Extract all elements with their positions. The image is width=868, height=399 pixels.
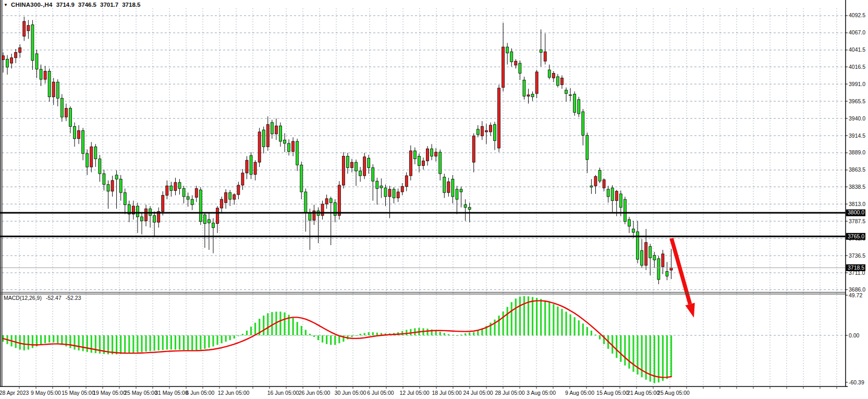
pane-separator-bottom [0,294,846,294]
candle-body [590,186,593,187]
candle-body [401,187,404,192]
macd-histogram-bar [355,335,357,336]
macd-histogram-bar [28,335,29,349]
price-axis-label: 3889.0 [849,149,865,155]
candle-body [464,204,467,207]
ohlc-open: 3714.9 [56,2,75,8]
macd-histogram-bar [561,309,563,335]
time-axis-label: 26 Jun 05:00 [299,390,331,396]
macd-histogram-bar [158,335,160,350]
candle-body [237,185,240,195]
time-axis-label: 18 Jul 05:00 [432,390,461,396]
macd-histogram-bar [78,335,79,350]
time-axis-label: 28 Apr 2023 [0,390,29,396]
price-axis-label: 3863.5 [849,166,865,173]
candle-body [216,208,219,224]
candle-body [170,186,173,190]
candle-body [304,192,307,213]
macd-histogram-bar [511,302,512,335]
macd-indicator-label: MACD(12,26,9) -52.47 -52.23 [4,295,81,301]
macd-histogram-bar [242,334,243,335]
candle-body [86,153,89,167]
macd-histogram-bar [515,298,517,335]
macd-histogram-bar [351,335,352,337]
candle-body [372,167,374,181]
time-axis-label: 19 May 05:00 [93,390,126,396]
macd-histogram-bar [309,334,311,335]
macd-histogram-bar [254,323,256,335]
macd-histogram-bar [154,335,155,351]
candle-body [384,188,387,197]
macd-histogram-bar [372,332,374,335]
macd-histogram-bar [82,335,84,351]
candle-body [397,192,399,198]
price-axis-label: 3991.0 [849,81,865,87]
chart-title: ▼ CHINA300-,H4 3714.9 3746.5 3701.7 3718… [4,2,140,8]
candle-body [498,88,500,148]
price-axis-label: 3787.5 [849,218,865,224]
macd-histogram-bar [225,335,227,342]
time-axis-label: 28 Jul 05:00 [495,390,524,396]
macd-histogram-bar [246,331,248,335]
candle-body [199,190,202,222]
candle-body [166,186,168,195]
macd-histogram-bar [195,335,197,350]
macd-histogram-bar [570,315,571,335]
macd-histogram-bar [57,335,58,343]
price-axis-label: 4016.5 [849,64,865,70]
time-axis-label: 3 Aug 05:00 [527,390,556,396]
candle-body [31,25,34,60]
macd-histogram-bar [95,335,96,353]
macd-histogram-bar [662,335,664,381]
macd-histogram-bar [317,335,319,340]
candle-body [140,217,143,221]
macd-histogram-bar [132,335,134,353]
macd-histogram-bar [410,329,411,335]
candle-body [468,208,471,210]
macd-histogram-bar [448,334,449,335]
macd-histogram-bar [44,335,46,343]
macd-histogram-bar [469,333,470,335]
candle-body [279,126,282,141]
candle-body [246,160,248,173]
macd-histogram-bar [557,307,558,335]
macd-histogram-bar [229,335,231,340]
macd-histogram-bar [406,330,407,335]
time-axis-label: 24 Jul 05:00 [463,390,493,396]
symbol-dropdown-icon[interactable]: ▼ [4,3,8,7]
candle-body [598,171,601,182]
macd-histogram-bar [439,332,441,335]
trend-arrow-head [686,303,695,318]
macd-histogram-bar [150,335,151,351]
macd-histogram-bar [74,335,75,349]
macd-histogram-bar [473,332,474,335]
candle-body [191,199,193,204]
time-axis-label: 21 Aug 05:00 [627,390,659,396]
candle-body [380,186,383,188]
macd-histogram-bar [162,335,164,350]
candle-body [519,63,521,73]
candle-body [262,130,265,147]
chart-canvas[interactable]: 4092.54067.04041.54016.53991.03965.53940… [0,0,868,399]
candle-body [560,78,563,85]
candle-body [359,171,362,176]
candle-body [645,243,647,265]
macd-histogram-bar [221,335,223,343]
candle-body [350,162,353,167]
macd-histogram-bar [666,335,668,379]
macd-histogram-bar [263,316,264,335]
candle-body [292,141,295,151]
candle-body [418,156,420,165]
candle-body [266,125,269,147]
candle-body [15,52,17,57]
candle-body [23,21,26,36]
candle-body [174,183,177,191]
macd-histogram-bar [565,311,567,335]
candle-body [284,140,286,143]
left-border-inner [2,0,2,386]
candle-body [447,182,450,193]
time-axis-label: 15 May 05:00 [62,390,95,396]
macd-histogram-bar [507,307,508,335]
candle-body [540,50,542,52]
macd-histogram-bar [334,335,336,345]
